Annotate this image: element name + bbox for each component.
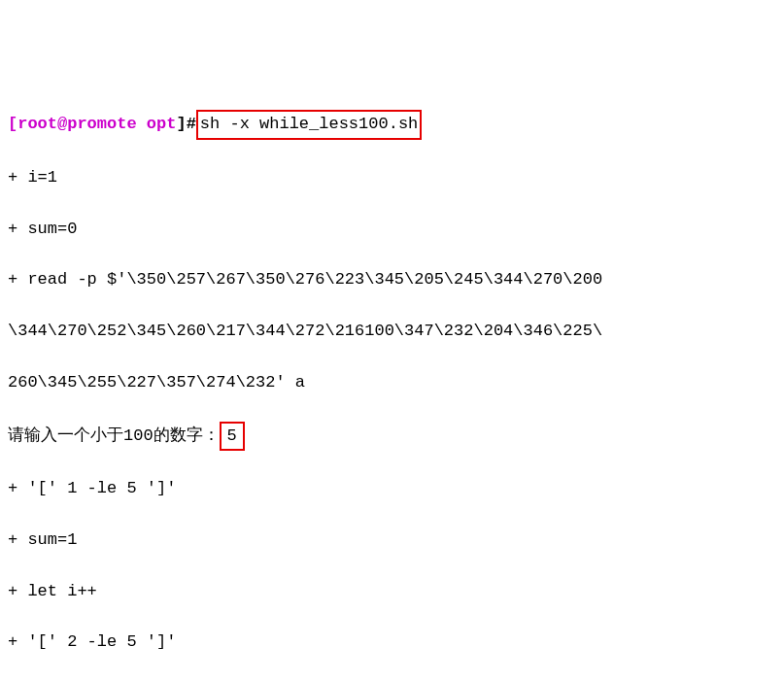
terminal-output-line: + '[' 2 -le 5 ']' — [8, 630, 776, 655]
terminal-line-prompt: [root@promote opt]#sh -x while_less100.s… — [8, 110, 776, 139]
terminal-output-line: + sum=0 — [8, 217, 776, 242]
terminal-output-line: + sum=1 — [8, 528, 776, 553]
input-prompt-cn: 请输入一个小于100的数字： — [8, 426, 220, 445]
user-input-highlight-box: 5 — [220, 422, 245, 451]
terminal-output-line: + read -p $'\350\257\267\350\276\223\345… — [8, 267, 776, 292]
prompt-path: opt — [147, 115, 177, 133]
terminal-output-line: + '[' 1 -le 5 ']' — [8, 476, 776, 501]
prompt-user-host: [root@promote — [8, 115, 147, 133]
command-highlight-box: sh -x while_less100.sh — [196, 110, 422, 139]
terminal-output-line: + let i++ — [8, 579, 776, 604]
terminal-output-line: + i=1 — [8, 165, 776, 190]
terminal-input-line: 请输入一个小于100的数字：5 — [8, 422, 776, 451]
terminal-output-line: \344\270\252\345\260\217\344\272\216100\… — [8, 319, 776, 344]
prompt-end: ]# — [176, 115, 195, 133]
terminal-output-line: 260\345\255\227\357\274\232' a — [8, 370, 776, 395]
